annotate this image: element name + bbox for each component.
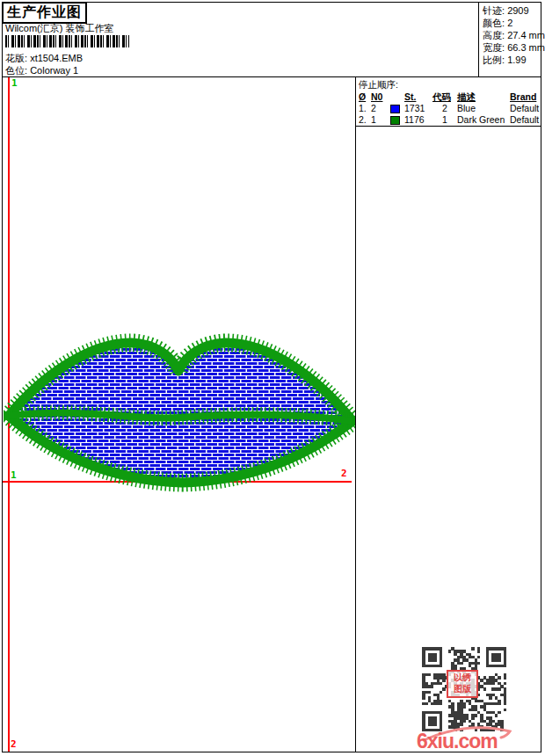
stamp-line1: 以绣 — [448, 672, 476, 683]
pattern-file-line: 花版: xt1504.EMB — [5, 52, 83, 65]
thread-swatch-blue — [390, 105, 400, 113]
col-code: 代码 — [432, 91, 457, 103]
pattern-label: 花版: — [5, 53, 27, 63]
stop-sequence-table: 停止顺序: Ø N0 St. 代码 描述 Brand 元素 1. 2 1731 … — [359, 79, 540, 126]
col-desc: 描述 — [457, 91, 510, 103]
page-title: 生产作业图 — [2, 2, 87, 24]
table-row: 2. 1 1176 1 Dark Green Default — [359, 114, 540, 126]
table-bottom-line — [356, 126, 541, 127]
stat-stitches: 针迹: 2909 — [483, 4, 545, 17]
stat-scale: 比例: 1.99 — [483, 54, 545, 66]
col-n0: N0 — [371, 91, 390, 103]
design-stats: 针迹: 2909 颜色: 2 高度: 27.4 mm 宽度: 66.3 mm 比… — [483, 4, 545, 66]
stop-sequence-title: 停止顺序: — [359, 79, 540, 91]
stat-colors: 颜色: 2 — [483, 17, 545, 29]
red-stamp: 以绣 图版 — [447, 670, 478, 698]
colorway-value: Colorway 1 — [30, 65, 78, 76]
site-logo: 6xiu.com — [413, 723, 519, 754]
stat-height: 高度: 27.4 mm — [483, 29, 545, 41]
stat-width: 宽度: 66.3 mm — [483, 41, 545, 54]
col-hash: Ø — [359, 91, 371, 103]
col-st: St. — [404, 91, 432, 103]
design-panel-divider — [355, 77, 356, 752]
production-worksheet: 生产作业图 Wilcom(汇京) 装饰工作室 花版: xt1504.EMB 色位… — [0, 0, 545, 756]
pattern-value: xt1504.EMB — [30, 53, 83, 63]
embroidery-design-lips — [4, 77, 355, 752]
logo-text: 6xiu.com — [417, 730, 498, 753]
table-header-row: Ø N0 St. 代码 描述 Brand 元素 — [359, 91, 540, 103]
colorway-line: 色位: Colorway 1 — [5, 64, 78, 77]
studio-name: Wilcom(汇京) 装饰工作室 — [5, 22, 113, 35]
stamp-line2: 图版 — [448, 683, 476, 694]
barcode — [5, 35, 129, 47]
colorway-label: 色位: — [5, 65, 27, 76]
col-brand: Brand — [510, 91, 545, 103]
table-row: 1. 2 1731 2 Blue Default — [359, 103, 540, 114]
thread-swatch-green — [390, 116, 400, 125]
header-divider — [478, 2, 479, 76]
